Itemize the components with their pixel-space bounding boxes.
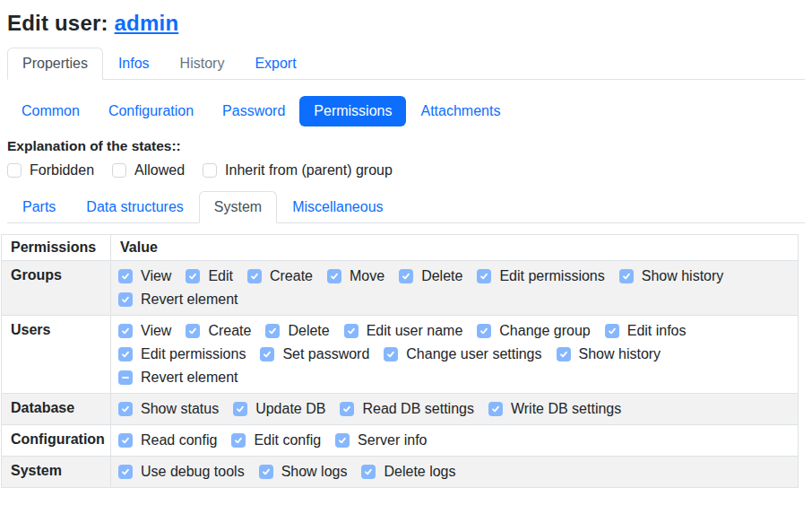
checkbox-edit-permissions[interactable] (118, 347, 133, 361)
check-item-set-password[interactable]: Set password (260, 346, 369, 362)
checkbox-read-config[interactable] (118, 433, 133, 448)
check-line: Revert element (118, 366, 790, 389)
check-item-change-group[interactable]: Change group (477, 323, 590, 339)
check-item-edit-config[interactable]: Edit config (231, 432, 321, 448)
tab-data-structures[interactable]: Data structures (71, 191, 198, 223)
check-line: Use debug toolsShow logsDelete logs (118, 460, 790, 483)
tab-common[interactable]: Common (7, 96, 94, 126)
tab-system[interactable]: System (199, 191, 277, 223)
checkbox-write-db-settings[interactable] (488, 402, 503, 416)
checkbox-show-history[interactable] (619, 269, 634, 283)
check-item-allowed[interactable]: Allowed (112, 162, 185, 178)
check-item-show-logs[interactable]: Show logs (259, 464, 348, 480)
checkbox-show-status[interactable] (118, 402, 133, 416)
check-item-read-config[interactable]: Read config (118, 432, 217, 448)
checkbox-delete[interactable] (265, 324, 280, 338)
check-item-view[interactable]: View (118, 323, 171, 339)
check-item-revert-element[interactable]: Revert element (118, 370, 238, 386)
page: Edit user: admin PropertiesInfosHistoryE… (0, 11, 812, 488)
checkmark-icon (621, 271, 632, 282)
checkbox-delete[interactable] (399, 269, 413, 283)
edited-user-link[interactable]: admin (115, 11, 179, 35)
checkbox-edit[interactable] (186, 269, 200, 283)
tab-export[interactable]: Export (239, 48, 311, 80)
checkbox-set-password[interactable] (260, 347, 274, 361)
check-item-inherit-from-parent-group[interactable]: Inherit from (parent) group (203, 162, 393, 178)
table-row-system: SystemUse debug toolsShow logsDelete log… (2, 457, 799, 488)
checkbox-label: Read config (141, 432, 217, 448)
checkbox-delete-logs[interactable] (361, 465, 376, 479)
tab-miscellaneous[interactable]: Miscellaneous (277, 191, 398, 223)
checkbox-edit-infos[interactable] (605, 324, 619, 338)
check-item-delete-logs[interactable]: Delete logs (361, 464, 455, 480)
check-item-edit-user-name[interactable]: Edit user name (344, 323, 463, 339)
nav-item: Export (239, 48, 311, 79)
check-item-update-db[interactable]: Update DB (233, 401, 325, 417)
tab-parts[interactable]: Parts (7, 191, 71, 223)
check-item-edit-permissions[interactable]: Edit permissions (477, 268, 604, 284)
tab-attachments[interactable]: Attachments (406, 96, 514, 126)
check-item-move[interactable]: Move (327, 268, 384, 284)
tab-properties[interactable]: Properties (7, 48, 103, 80)
check-item-show-history[interactable]: Show history (619, 268, 724, 284)
main-tab-bar: PropertiesInfosHistoryExport (7, 48, 805, 80)
checkbox-label: Use debug tools (141, 464, 245, 480)
check-item-forbidden[interactable]: Forbidden (7, 162, 94, 178)
checkbox-allowed[interactable] (112, 163, 126, 178)
check-item-revert-element[interactable]: Revert element (118, 292, 238, 308)
checkmark-icon (120, 271, 131, 282)
checkbox-label: Forbidden (30, 162, 94, 178)
check-item-view[interactable]: View (118, 268, 171, 284)
check-item-edit[interactable]: Edit (186, 268, 233, 284)
checkbox-show-history[interactable] (557, 347, 571, 361)
tab-password[interactable]: Password (208, 96, 299, 126)
checkbox-server-info[interactable] (335, 433, 350, 448)
check-item-delete[interactable]: Delete (399, 268, 462, 284)
check-item-create[interactable]: Create (186, 323, 251, 339)
nav-item: Password (208, 96, 299, 126)
nav-item: Common (7, 96, 94, 126)
permission-tab-bar: PartsData structuresSystemMiscellaneous (7, 191, 805, 223)
checkbox-view[interactable] (118, 269, 133, 283)
check-item-write-db-settings[interactable]: Write DB settings (488, 401, 621, 417)
checkbox-edit-permissions[interactable] (477, 269, 491, 283)
nav-item: Miscellaneous (277, 191, 398, 222)
checkbox-use-debug-tools[interactable] (118, 465, 133, 479)
checkmark-icon (329, 271, 340, 282)
tab-permissions[interactable]: Permissions (299, 96, 406, 126)
checkbox-show-logs[interactable] (259, 465, 273, 479)
checkbox-change-group[interactable] (477, 324, 491, 338)
check-item-change-user-settings[interactable]: Change user settings (384, 346, 541, 362)
checkbox-view[interactable] (118, 324, 133, 338)
checkmark-icon (233, 435, 244, 446)
check-item-edit-infos[interactable]: Edit infos (605, 323, 687, 339)
checkbox-forbidden[interactable] (7, 163, 22, 178)
tab-configuration[interactable]: Configuration (94, 96, 208, 126)
check-item-read-db-settings[interactable]: Read DB settings (340, 401, 474, 417)
checkbox-edit-user-name[interactable] (344, 324, 358, 338)
checkbox-inherit-from-parent-group[interactable] (203, 163, 217, 178)
check-item-show-history[interactable]: Show history (557, 346, 661, 362)
checkbox-read-db-settings[interactable] (340, 402, 354, 416)
checkbox-edit-config[interactable] (231, 433, 246, 448)
checkmark-icon (262, 349, 272, 360)
checkbox-revert-element[interactable] (118, 370, 133, 385)
checkbox-revert-element[interactable] (118, 292, 133, 307)
checkmark-icon (558, 349, 569, 360)
check-item-edit-permissions[interactable]: Edit permissions (118, 346, 246, 362)
checkbox-create[interactable] (247, 269, 262, 283)
checkbox-create[interactable] (186, 324, 200, 338)
checkbox-move[interactable] (327, 269, 341, 283)
tab-infos[interactable]: Infos (103, 48, 165, 80)
check-item-delete[interactable]: Delete (265, 323, 329, 339)
checkbox-change-user-settings[interactable] (384, 347, 398, 361)
checkbox-label: Show logs (281, 464, 348, 480)
check-item-show-status[interactable]: Show status (118, 401, 219, 417)
check-item-create[interactable]: Create (247, 268, 313, 284)
checkbox-update-db[interactable] (233, 402, 247, 416)
checkbox-label: View (141, 323, 171, 339)
check-item-server-info[interactable]: Server info (335, 432, 427, 448)
states-legend-options: ForbiddenAllowedInherit from (parent) gr… (7, 162, 805, 178)
checkmark-icon (235, 404, 246, 414)
check-item-use-debug-tools[interactable]: Use debug tools (118, 464, 245, 480)
